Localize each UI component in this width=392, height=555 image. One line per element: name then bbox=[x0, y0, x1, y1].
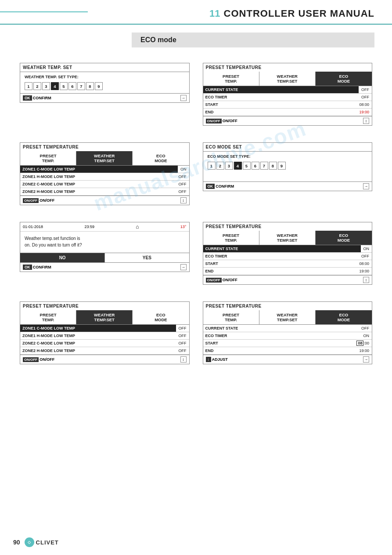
col-eco-mode: ECOMODE bbox=[316, 72, 372, 86]
weather-temp-set-footer: OK CONFIRM → bbox=[20, 93, 189, 102]
zone1c-row: ZONE1 C-MODE LOW TEMP ON bbox=[20, 166, 189, 173]
num-3[interactable]: 3 bbox=[42, 82, 50, 90]
confirm-label: CONFIRM bbox=[33, 96, 51, 100]
col-eco-4: ECOMODE bbox=[133, 310, 189, 324]
preset-eco-off-title: PRESET TEMPERATURE bbox=[203, 63, 372, 72]
eco-ok-btn[interactable]: OK CONFIRM bbox=[206, 184, 234, 189]
cell-dialog: 01-01-2018 23:59 ⌂ 13° Weather temp.set … bbox=[13, 215, 196, 291]
eco-timer-on-start-value: 08:00 bbox=[354, 340, 372, 347]
dialog-ok-box: OK bbox=[23, 265, 32, 270]
dialog-date: 01-01-2018 bbox=[23, 225, 43, 229]
zone2h-row: ZONE2 H-MODE LOW TEMP OFF bbox=[20, 188, 189, 196]
num-2[interactable]: 2 bbox=[33, 82, 41, 90]
onoff-box-1: ON/OFF bbox=[206, 119, 222, 123]
arrow-icon-4[interactable]: ↕ bbox=[180, 356, 187, 363]
clivet-logo: ◇ CLIVET bbox=[25, 537, 59, 547]
preset-temp-weather-2-panel: PRESET TEMPERATURE PRESETTEMP. WEATHERTE… bbox=[20, 301, 190, 364]
preset-eco-timer-header: PRESETTEMP. WEATHERTEMP.SET ECOMODE bbox=[203, 310, 372, 325]
weather-temp-set-title: WEATHER TEMP. SET bbox=[20, 63, 189, 72]
eco-num-2[interactable]: 2 bbox=[216, 162, 224, 170]
no-button[interactable]: NO bbox=[20, 253, 104, 262]
preset-eco-off-header: PRESETTEMP. WEATHERTEMP.SET ECOMODE bbox=[203, 72, 372, 86]
eco-num-8[interactable]: 8 bbox=[269, 162, 277, 170]
eco-on-onoff-label: ON/OFF bbox=[223, 278, 237, 282]
page-footer: 90 ◇ CLIVET bbox=[13, 537, 59, 547]
col-eco-mode-2: ECOMODE bbox=[133, 151, 189, 165]
eco-num-4[interactable]: 4 bbox=[234, 162, 242, 170]
start-row: START 08:00 bbox=[203, 101, 372, 109]
eco-timer-on-timer-row: ECO TIMER ON bbox=[203, 332, 372, 340]
eco-on-onoff-btn[interactable]: ON/OFF ON/OFF bbox=[206, 278, 237, 283]
cell-preset-weather: PRESET TEMPERATURE PRESETTEMP. WEATHERTE… bbox=[13, 136, 196, 212]
onoff-label-2: ON/OFF bbox=[40, 198, 54, 203]
eco-num-6[interactable]: 6 bbox=[252, 162, 259, 170]
num-7[interactable]: 7 bbox=[77, 82, 85, 90]
current-state-row: CURRENT STATE OFF bbox=[203, 86, 372, 94]
header-accent-line bbox=[0, 11, 88, 12]
page-number: 90 bbox=[13, 539, 20, 546]
eco-num-5[interactable]: 5 bbox=[243, 162, 251, 170]
onoff-btn-2[interactable]: ON/OFF ON/OFF bbox=[23, 198, 54, 203]
cell-preset-eco-on: PRESET TEMPERATURE PRESETTEMP. WEATHERTE… bbox=[196, 215, 379, 291]
onoff-label-3: ON/OFF bbox=[40, 357, 54, 362]
eco-timer-on-end-value: 19:00 bbox=[356, 347, 372, 354]
onoff-btn-1[interactable]: ON/OFF ON/OFF bbox=[206, 119, 237, 123]
row-3: 01-01-2018 23:59 ⌂ 13° Weather temp.set … bbox=[13, 215, 379, 291]
eco-on-end-row: END 19:00 bbox=[203, 268, 372, 275]
eco-mode-set-panel: ECO MODE SET ECO MODE SET TYPE: 1 2 3 4 … bbox=[203, 142, 373, 191]
eco-confirm-label: CONFIRM bbox=[216, 184, 234, 189]
eco-timer-label: ECO TIMER bbox=[203, 94, 359, 101]
dialog-message: Weather temp.set function ison. Do you w… bbox=[25, 236, 82, 247]
cell-eco-mode-set: ECO MODE SET ECO MODE SET TYPE: 1 2 3 4 … bbox=[196, 136, 379, 212]
eco-on-timer-value: OFF bbox=[359, 253, 372, 260]
zone2c-label: ZONE2 C-MODE LOW TEMP bbox=[20, 181, 176, 188]
eco-timer-on-current-row: CURRENT STATE OFF bbox=[203, 325, 372, 332]
dialog-top: 01-01-2018 23:59 ⌂ 13° bbox=[20, 222, 189, 232]
onoff-btn-3[interactable]: ON/OFF ON/OFF bbox=[23, 357, 54, 362]
eco-on-arrow-icon[interactable]: ↕ bbox=[363, 277, 369, 283]
w2-zone1h-label: ZONE1 H-MODE LOW TEMP bbox=[20, 332, 176, 339]
eco-num-9[interactable]: 9 bbox=[278, 162, 286, 170]
eco-num-1[interactable]: 1 bbox=[208, 162, 216, 170]
num-6[interactable]: 6 bbox=[68, 82, 76, 90]
onoff-box-2: ON/OFF bbox=[23, 198, 39, 203]
eco-arrow-icon[interactable]: → bbox=[363, 183, 369, 189]
preset-eco-on-header: PRESETTEMP. WEATHERTEMP.SET ECOMODE bbox=[203, 231, 372, 245]
num-1[interactable]: 1 bbox=[25, 82, 32, 90]
col-eco-5: ECOMODE bbox=[316, 310, 372, 324]
preset-weather-footer: ON/OFF ON/OFF ↕ bbox=[20, 196, 189, 205]
col-preset-4: PRESETTEMP. bbox=[20, 310, 76, 324]
preset-weather-title: PRESET TEMPERATURE bbox=[20, 143, 189, 151]
section-title: ECO mode bbox=[132, 33, 374, 47]
ok-confirm-btn[interactable]: OK CONFIRM bbox=[23, 95, 51, 101]
preset-eco-on-title: PRESET TEMPERATURE bbox=[203, 222, 372, 231]
num-8[interactable]: 8 bbox=[86, 82, 94, 90]
cell-preset-eco-timer-on: PRESET TEMPERATURE PRESETTEMP. WEATHERTE… bbox=[196, 295, 379, 371]
dialog-arrow-icon[interactable]: → bbox=[180, 264, 187, 270]
current-state-label: CURRENT STATE bbox=[203, 86, 359, 93]
adjust-btn[interactable]: ↕ ADJUST bbox=[206, 357, 228, 362]
eco-timer-value: OFF bbox=[359, 94, 372, 101]
onoff-label-1: ON/OFF bbox=[223, 119, 237, 123]
eco-num-3[interactable]: 3 bbox=[225, 162, 233, 170]
weather-temp-set-panel: WEATHER TEMP. SET WEATHER TEMP. SET TYPE… bbox=[20, 63, 190, 103]
col-preset-5: PRESETTEMP. bbox=[203, 310, 259, 324]
eco-on-footer: ON/OFF ON/OFF ↕ bbox=[203, 275, 372, 284]
yes-button[interactable]: YES bbox=[104, 253, 189, 262]
num-9[interactable]: 9 bbox=[95, 82, 103, 90]
dialog-ok-btn[interactable]: OK CONFIRM bbox=[23, 265, 51, 270]
eco-on-current-label: CURRENT STATE bbox=[203, 245, 361, 252]
eco-on-start-value: 08:00 bbox=[356, 260, 372, 267]
clivet-brand: CLIVET bbox=[36, 539, 59, 546]
num-4[interactable]: 4 bbox=[51, 82, 59, 90]
eco-on-start-label: START bbox=[203, 260, 357, 267]
arrow-icon[interactable]: → bbox=[180, 95, 187, 101]
preset-weather-2-title: PRESET TEMPERATURE bbox=[20, 302, 189, 310]
eco-on-onoff-box: ON/OFF bbox=[206, 278, 222, 283]
eco-timer-arrow-icon[interactable]: → bbox=[363, 356, 369, 363]
eco-timer-on-footer: ↕ ADJUST → bbox=[203, 355, 372, 364]
num-5[interactable]: 5 bbox=[60, 82, 68, 90]
eco-num-7[interactable]: 7 bbox=[260, 162, 268, 170]
arrow-icon-3[interactable]: ↕ bbox=[180, 197, 187, 203]
arrow-icon-2[interactable]: ↕ bbox=[363, 118, 369, 124]
